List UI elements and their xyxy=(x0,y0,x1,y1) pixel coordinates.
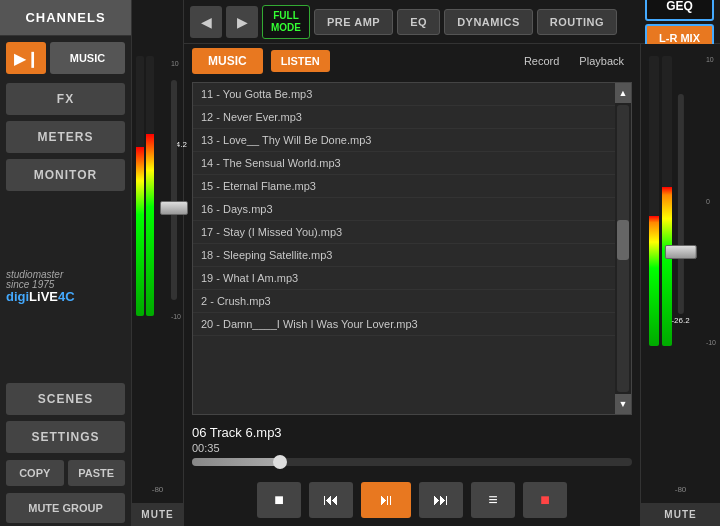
right-db-label: -26.2 xyxy=(671,316,689,325)
list-item[interactable]: 19 - What I Am.mp3 xyxy=(193,267,615,290)
studiomaster-logo: studiomaster since 1975 digiLiVE4C xyxy=(6,270,75,304)
list-item[interactable]: 11 - You Gotta Be.mp3 xyxy=(193,83,615,106)
copy-button[interactable]: COPY xyxy=(6,460,64,486)
pre-amp-button[interactable]: PRE AMP xyxy=(314,9,393,35)
right-fader: -26.2 xyxy=(671,94,689,314)
nav-forward-button[interactable]: ▶ xyxy=(226,6,258,38)
digi-part: digi xyxy=(6,289,29,304)
list-item[interactable]: 12 - Never Ever.mp3 xyxy=(193,106,615,129)
num-part: 4C xyxy=(58,289,75,304)
next-icon: ⏭ xyxy=(433,491,449,509)
list-item[interactable]: 2 - Crush.mp3 xyxy=(193,290,615,313)
right-meter-left xyxy=(649,56,659,346)
channels-button[interactable]: CHANNELS xyxy=(0,0,131,36)
playlist: 11 - You Gotta Be.mp3 12 - Never Ever.mp… xyxy=(193,83,615,414)
fx-button[interactable]: FX xyxy=(6,83,125,115)
settings-button[interactable]: SETTINGS xyxy=(6,421,125,453)
record-button[interactable]: ■ xyxy=(523,482,567,518)
paste-button[interactable]: PASTE xyxy=(68,460,126,486)
menu-button[interactable]: ≡ xyxy=(471,482,515,518)
play-icon: ▶❙ xyxy=(14,49,39,68)
meters-button[interactable]: METERS xyxy=(6,121,125,153)
record-label: Record xyxy=(524,55,559,67)
right-minus80: -80 xyxy=(675,485,687,494)
routing-button[interactable]: ROUTING xyxy=(537,9,617,35)
stop-icon: ■ xyxy=(274,491,284,509)
eq-button[interactable]: EQ xyxy=(397,9,440,35)
left-fader-handle[interactable] xyxy=(160,201,188,215)
list-item[interactable]: 20 - Damn____I Wish I Was Your Lover.mp3 xyxy=(193,313,615,336)
scroll-down-button[interactable]: ▼ xyxy=(615,394,631,414)
scroll-up-button[interactable]: ▲ xyxy=(615,83,631,103)
dynamics-button[interactable]: DYNAMICS xyxy=(444,9,533,35)
scenes-button[interactable]: SCENES xyxy=(6,383,125,415)
record-playback-labels: Record Playback xyxy=(524,55,632,67)
right-scale: 10 0 -10 xyxy=(706,56,716,346)
playback-label: Playback xyxy=(579,55,624,67)
left-mute-button[interactable]: MUTE xyxy=(132,503,183,526)
music-small-button[interactable]: MUSIC xyxy=(50,42,125,74)
left-sidebar: CHANNELS ▶❙ MUSIC FX METERS MONITOR stud… xyxy=(0,0,132,526)
next-button[interactable]: ⏭ xyxy=(419,482,463,518)
right-meters xyxy=(649,56,672,346)
app-container: CHANNELS ▶❙ MUSIC FX METERS MONITOR stud… xyxy=(0,0,720,526)
music-main-button[interactable]: MUSIC xyxy=(192,48,263,74)
player-left: MUSIC LISTEN Record Playback 11 - You Go… xyxy=(184,44,640,526)
full-mode-button[interactable]: FULL MODE xyxy=(262,5,310,39)
list-item[interactable]: 13 - Love__ Thy Will Be Done.mp3 xyxy=(193,129,615,152)
scroll-track xyxy=(617,105,629,392)
play-pause-icon: ⏯ xyxy=(378,491,394,509)
copy-paste-row: COPY PASTE xyxy=(0,456,131,490)
playlist-scrollbar: ▲ ▼ xyxy=(615,83,631,414)
transport-row: ▶❙ MUSIC xyxy=(0,36,131,80)
track-time: 00:35 xyxy=(192,442,632,454)
main-content: ◀ ▶ FULL MODE PRE AMP EQ DYNAMICS ROUTIN… xyxy=(184,0,720,526)
prev-icon: ⏮ xyxy=(323,491,339,509)
menu-icon: ≡ xyxy=(488,491,497,509)
record-icon: ■ xyxy=(540,491,550,509)
minus80-label: -80 xyxy=(152,485,164,494)
mute-group-button[interactable]: MUTE GROUP xyxy=(6,493,125,523)
player-header: MUSIC LISTEN Record Playback xyxy=(184,44,640,78)
left-fader: -4.2 xyxy=(171,80,177,300)
list-item[interactable]: 15 - Eternal Flame.mp3 xyxy=(193,175,615,198)
live-part: LiVE xyxy=(29,289,58,304)
right-mute-button[interactable]: MUTE xyxy=(641,503,720,526)
top-bar: ◀ ▶ FULL MODE PRE AMP EQ DYNAMICS ROUTIN… xyxy=(184,0,720,44)
right-fader-area: 10 0 -10 -26.2 -80 MUTE xyxy=(640,44,720,526)
geq-button[interactable]: GEQ xyxy=(645,0,714,21)
digilive-text: digiLiVE4C xyxy=(6,290,75,304)
list-item[interactable]: 16 - Days.mp3 xyxy=(193,198,615,221)
progress-fill xyxy=(192,458,280,466)
stop-button[interactable]: ■ xyxy=(257,482,301,518)
transport-controls: ■ ⏮ ⏯ ⏭ ≡ ■ xyxy=(184,474,640,526)
left-meters xyxy=(136,56,154,316)
progress-handle[interactable] xyxy=(273,455,287,469)
track-name: 06 Track 6.mp3 xyxy=(192,425,632,440)
listen-button[interactable]: LISTEN xyxy=(271,50,330,72)
scroll-thumb[interactable] xyxy=(617,220,629,260)
monitor-button[interactable]: MONITOR xyxy=(6,159,125,191)
list-item[interactable]: 17 - Stay (I Missed You).mp3 xyxy=(193,221,615,244)
play-transport-button[interactable]: ▶❙ xyxy=(6,42,46,74)
play-pause-button[interactable]: ⏯ xyxy=(361,482,411,518)
progress-bar[interactable] xyxy=(192,458,632,466)
left-channel-strip: 10 0 -10 -4.2 -80 MUTE xyxy=(132,0,184,526)
logo-area: studiomaster since 1975 digiLiVE4C xyxy=(0,194,131,380)
player-area: MUSIC LISTEN Record Playback 11 - You Go… xyxy=(184,44,720,526)
right-fader-handle[interactable] xyxy=(664,245,696,259)
list-item[interactable]: 18 - Sleeping Satellite.mp3 xyxy=(193,244,615,267)
prev-button[interactable]: ⏮ xyxy=(309,482,353,518)
now-playing: 06 Track 6.mp3 00:35 xyxy=(184,419,640,474)
nav-back-button[interactable]: ◀ xyxy=(190,6,222,38)
playlist-container: 11 - You Gotta Be.mp3 12 - Never Ever.mp… xyxy=(192,82,632,415)
list-item[interactable]: 14 - The Sensual World.mp3 xyxy=(193,152,615,175)
